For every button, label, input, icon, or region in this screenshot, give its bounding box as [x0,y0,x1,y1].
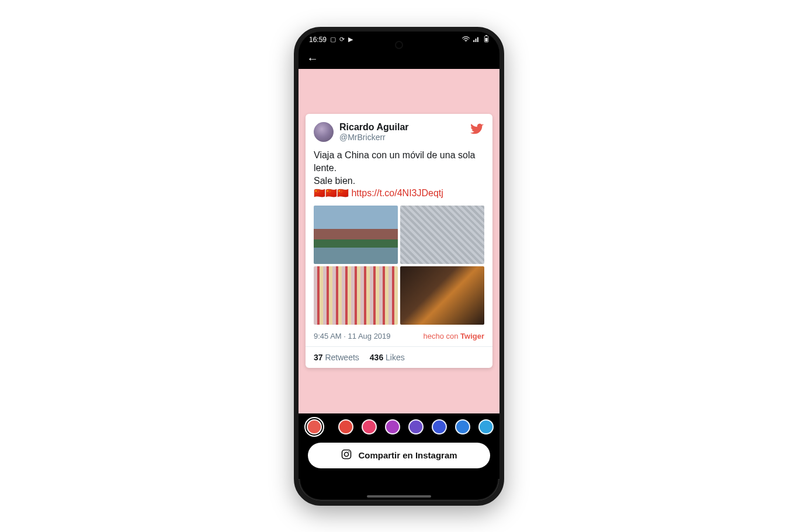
tweet-image-3 [314,266,398,325]
svg-rect-5 [485,35,487,36]
status-right [462,35,489,44]
phone-frame: 16:59 ▢ ⟳ ▶ ← Ricardo Aguilar [294,27,504,506]
camera-hole [396,42,402,48]
share-button-label: Compartir en Instagram [358,450,457,460]
credit-prefix: hecho con [423,332,460,340]
share-area: Compartir en Instagram [299,438,499,479]
color-palette [299,413,499,438]
tweet-image-2 [400,206,484,264]
instagram-icon [341,448,352,462]
likes-stat: 436 Likes [370,353,405,362]
color-swatch-1[interactable] [338,419,353,434]
color-swatch-3[interactable] [385,419,400,434]
tweet-card: Ricardo Aguilar @MrBrickerr Viaja a Chin… [306,114,492,367]
svg-rect-1 [473,40,474,41]
app-bar: ← [299,48,499,69]
tweet-stats: 37 Retweets 436 Likes [314,347,484,362]
share-instagram-button[interactable]: Compartir en Instagram [308,443,490,468]
refresh-icon: ⟳ [339,36,345,43]
color-swatch-5[interactable] [432,419,447,434]
retweets-count: 37 [314,353,323,362]
twitter-icon [470,122,484,138]
preview-canvas[interactable]: Ricardo Aguilar @MrBrickerr Viaja a Chin… [299,69,499,413]
svg-rect-6 [485,38,487,41]
color-swatch-2[interactable] [362,419,377,434]
tweet-timestamp: 9:45 AM · 11 Aug 2019 [314,332,391,340]
back-button[interactable]: ← [307,53,318,64]
tweet-body: Viaja a China con un móvil de una sola l… [314,149,484,199]
wifi-icon [462,36,470,43]
tweet-meta: 9:45 AM · 11 Aug 2019 hecho con Twiger [314,332,484,340]
tweet-image-4 [400,266,484,325]
credit-label: hecho con Twiger [423,332,484,340]
likes-label: Likes [386,353,405,362]
tweet-line-3: 🇨🇳🇨🇳🇨🇳 https://t.co/4NI3JDeqtj [314,187,484,200]
tweet-header: Ricardo Aguilar @MrBrickerr [314,122,484,142]
tweet-media-grid [314,206,484,325]
tweet-identity: Ricardo Aguilar @MrBrickerr [339,122,409,142]
likes-count: 436 [370,353,383,362]
retweets-label: Retweets [325,353,359,362]
home-indicator [367,495,431,498]
signal-icon [473,36,480,43]
image-icon: ▢ [330,36,336,43]
display-name: Ricardo Aguilar [339,122,409,133]
tweet-line-2: Sale bien. [314,175,484,187]
credit-app: Twiger [460,332,484,340]
svg-point-8 [345,453,349,457]
color-swatch-6[interactable] [455,419,470,434]
flag-emojis: 🇨🇳🇨🇳🇨🇳 [314,188,349,198]
color-swatch-4[interactable] [408,419,424,434]
tweet-image-1 [314,206,398,264]
retweets-stat: 37 Retweets [314,353,359,362]
color-swatch-0[interactable] [307,419,322,434]
svg-rect-3 [477,37,478,41]
tweet-link[interactable]: https://t.co/4NI3JDeqtj [351,188,443,198]
video-icon: ▶ [348,36,353,43]
avatar [314,122,334,142]
svg-point-0 [466,41,466,41]
svg-point-9 [349,451,350,453]
status-time: 16:59 [309,36,327,44]
color-swatch-7[interactable] [478,419,494,434]
battery-icon [484,35,489,44]
handle: @MrBrickerr [339,133,409,142]
tweet-line-1: Viaja a China con un móvil de una sola l… [314,149,484,174]
status-left: 16:59 ▢ ⟳ ▶ [309,36,353,44]
svg-rect-7 [342,450,351,459]
svg-rect-2 [476,39,477,42]
